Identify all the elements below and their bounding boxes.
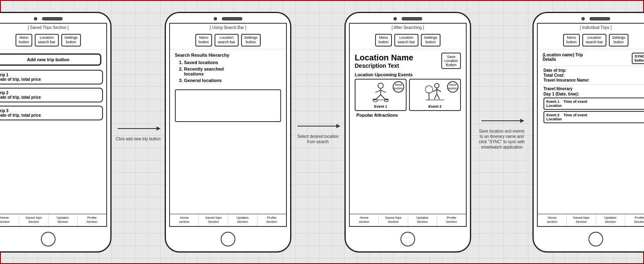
nav-home-4[interactable]: Homesection bbox=[538, 214, 567, 226]
phone-screen-1: [ Saved Trips Section ] Menubutton Locat… bbox=[0, 23, 107, 227]
menu-button-1[interactable]: Menubutton bbox=[16, 34, 32, 47]
arrow-1-section: Click add new trip button bbox=[112, 122, 165, 142]
svg-marker-1 bbox=[157, 126, 161, 131]
phone-dot-2 bbox=[214, 17, 217, 20]
phone-top-bar-2 bbox=[166, 13, 290, 23]
nav-home-2[interactable]: Homesection bbox=[170, 214, 199, 226]
phone-speaker-1 bbox=[42, 17, 63, 20]
menu-button-3[interactable]: Menubutton bbox=[375, 34, 392, 47]
home-button-4[interactable] bbox=[588, 232, 603, 246]
event-2-figure bbox=[424, 81, 446, 104]
itinerary-section: Travel Itinerary Day 1 (Date, time): Eve… bbox=[541, 85, 644, 212]
menu-button-2[interactable]: Menubutton bbox=[195, 34, 212, 47]
phone-screen-4: [ Individual Trips ] Menubutton Location… bbox=[537, 23, 644, 227]
phone-speaker-2 bbox=[222, 17, 242, 20]
phone-bottom-1 bbox=[0, 227, 110, 251]
nav-saved-4[interactable]: Saved tripsSection bbox=[567, 214, 596, 226]
svg-line-10 bbox=[376, 90, 381, 93]
trip-3-detail: Date of trip, total price bbox=[0, 113, 99, 118]
phone-bottom-2 bbox=[166, 227, 290, 251]
phone-bottom-4 bbox=[534, 227, 644, 251]
nav-updates-2[interactable]: UpdatesSection bbox=[228, 214, 257, 226]
location-description: Location Name Description Text bbox=[355, 53, 413, 71]
nav-updates-3[interactable]: UpdatesSection bbox=[408, 214, 437, 226]
svg-marker-3 bbox=[336, 124, 340, 128]
settings-button-3[interactable]: Settingsbutton bbox=[421, 34, 441, 47]
nav-profile-2[interactable]: ProfileSection bbox=[257, 214, 286, 226]
event-1-illustration bbox=[369, 81, 393, 104]
nav-profile-1[interactable]: ProfileSection bbox=[78, 214, 106, 226]
svg-point-15 bbox=[435, 83, 439, 88]
trip-details-section: Date of trip: Total Cost: Travel Insuran… bbox=[541, 66, 644, 85]
home-button-1[interactable] bbox=[41, 232, 56, 246]
search-item-3: 3. General locations bbox=[179, 78, 281, 83]
event-1-save-button[interactable]: Savebutton bbox=[393, 81, 404, 93]
home-button-3[interactable] bbox=[400, 232, 415, 246]
menu-button-4[interactable]: Menubutton bbox=[563, 34, 580, 47]
event-1-time: Time of event bbox=[564, 100, 587, 104]
location-search-bar-2[interactable]: Locationsearch bar bbox=[215, 34, 239, 47]
nav-saved-1[interactable]: Saved tripsSection bbox=[19, 214, 48, 226]
settings-button-1[interactable]: Settingsbutton bbox=[61, 34, 81, 47]
svg-marker-25 bbox=[520, 119, 524, 123]
screen-content-4: (Location name) TripDetails SYNCbutton D… bbox=[538, 49, 644, 214]
nav-saved-3[interactable]: Saved tripsSection bbox=[379, 214, 408, 226]
itinerary-event-2[interactable]: Event 2 Time of event Location bbox=[543, 111, 644, 123]
screen-header-2: Menubutton Locationsearch bar Settingsbu… bbox=[170, 31, 286, 49]
phone-bottom-3 bbox=[346, 227, 470, 251]
nav-home-3[interactable]: Homesection bbox=[350, 214, 379, 226]
arrow-3-svg bbox=[479, 115, 524, 127]
nav-saved-2[interactable]: Saved tripsSection bbox=[199, 214, 228, 226]
search-results-title: Search Results Hierarchy bbox=[175, 53, 281, 58]
event-2-save-button[interactable]: Savebutton bbox=[447, 81, 458, 93]
location-search-bar-1[interactable]: Locationsearch bar bbox=[35, 34, 59, 47]
location-search-bar-4[interactable]: Locationsearch bar bbox=[582, 34, 606, 47]
trip-2-name: Trip 2 bbox=[0, 91, 99, 95]
search-text-box[interactable] bbox=[175, 89, 281, 122]
itinerary-header: (Location name) TripDetails SYNCbutton bbox=[541, 51, 644, 66]
screen-title-2: [ Using Search Bar ] bbox=[170, 24, 286, 31]
nav-home-1[interactable]: Homesection bbox=[0, 214, 19, 226]
trip-card-1[interactable]: Trip 1 Date of trip, total price bbox=[0, 70, 103, 84]
itinerary-day: Day 1 (Date, time): bbox=[543, 92, 644, 96]
bottom-nav-3: Homesection Saved tripsSection UpdatesSe… bbox=[350, 214, 466, 226]
phone-saved-trips: [ Saved Trips Section ] Menubutton Locat… bbox=[0, 12, 112, 253]
screen-header-3: Menubutton Locationsearch bar Settingsbu… bbox=[350, 31, 466, 49]
date-of-trip: Date of trip: bbox=[543, 68, 644, 73]
home-button-2[interactable] bbox=[221, 232, 235, 246]
trip-card-3[interactable]: Trip 3 Date of trip, total price bbox=[0, 106, 103, 120]
phone-top-bar-3 bbox=[346, 13, 470, 23]
nav-updates-4[interactable]: UpdatesSection bbox=[596, 214, 625, 226]
events-row: Savebutton bbox=[355, 79, 461, 111]
bottom-nav-4: Homesection Saved tripsSection UpdatesSe… bbox=[538, 214, 644, 226]
save-location-button[interactable]: SaveLocationButton bbox=[441, 53, 461, 69]
phone-individual-trips: [ Individual Trips ] Menubutton Location… bbox=[532, 12, 644, 253]
events-section: Location Upcoming Events Savebutton bbox=[353, 72, 463, 118]
event-1-figure bbox=[369, 81, 392, 104]
event-2-label: Event 2 bbox=[428, 104, 441, 109]
phone-speaker-4 bbox=[590, 17, 610, 20]
phone-dot-1 bbox=[34, 17, 37, 20]
nav-profile-4[interactable]: ProfileSection bbox=[625, 214, 644, 226]
svg-point-4 bbox=[378, 83, 383, 88]
event-1-name: Event 1 bbox=[546, 100, 559, 104]
nav-profile-3[interactable]: ProfileSection bbox=[437, 214, 466, 226]
description-text: Description Text bbox=[355, 62, 413, 69]
add-new-trip-button[interactable]: Add new trip button bbox=[0, 53, 101, 66]
settings-button-4[interactable]: Settingsbutton bbox=[609, 34, 629, 47]
phone-screen-3: [ After Searching ] Menubutton Locations… bbox=[349, 23, 467, 227]
arrow-3-section: Save location and events to an itinerary… bbox=[471, 115, 532, 150]
trip-card-2[interactable]: Trip 2 Date of trip, total price bbox=[0, 88, 103, 102]
event-2-time: Time of event bbox=[564, 113, 587, 117]
nav-updates-1[interactable]: UpdatesSection bbox=[49, 214, 78, 226]
svg-line-18 bbox=[437, 94, 439, 99]
total-cost: Total Cost: bbox=[543, 73, 644, 78]
itinerary-event-1[interactable]: Event 1 Time of event Location bbox=[543, 98, 644, 110]
settings-button-2[interactable]: Settingsbutton bbox=[241, 34, 261, 47]
event-2-location: Location bbox=[546, 117, 562, 121]
location-search-bar-3[interactable]: Locationsearch bar bbox=[394, 34, 418, 47]
svg-line-6 bbox=[376, 95, 381, 99]
screen-header-1: Menubutton Locationsearch bar Settingsbu… bbox=[0, 31, 106, 49]
phone-top-bar-1 bbox=[0, 13, 110, 23]
sync-button[interactable]: SYNCbutton bbox=[632, 53, 644, 64]
